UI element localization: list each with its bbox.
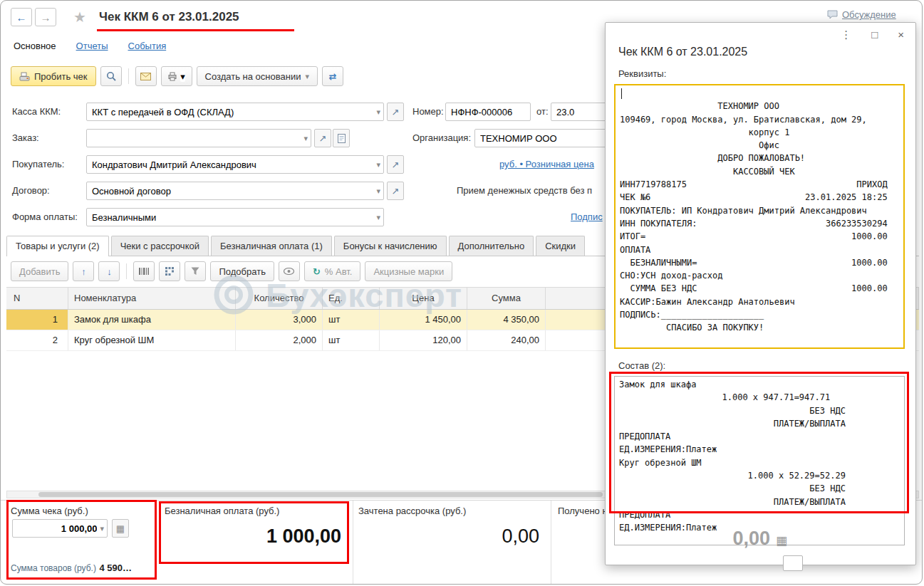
recalc-auto-discounts-button[interactable]: ↻ % Авт.	[304, 261, 361, 281]
add-row-button[interactable]: Добавить	[11, 261, 68, 281]
add-row-label: Добавить	[19, 266, 60, 277]
nav-tabs: Основное Отчеты События	[14, 41, 166, 51]
move-down-button[interactable]: ↓	[98, 261, 120, 281]
back-button[interactable]: ←	[11, 8, 32, 26]
column-header-nomenclature[interactable]: Номенклатура	[68, 288, 236, 309]
tab-discounts[interactable]: Скидки	[536, 236, 585, 256]
order-create-button[interactable]	[333, 129, 350, 147]
scrollbar-thumb[interactable]	[38, 492, 603, 497]
window-controls: ⋮ □ ×	[841, 28, 904, 41]
cash-received-value[interactable]: 0,00	[663, 528, 770, 550]
buyer-field[interactable]: Кондратович Дмитрий Александрович ▾	[86, 155, 384, 174]
cell-price[interactable]: 1 450,00	[380, 310, 467, 330]
fire-receipt-button[interactable]: Пробить чек	[11, 66, 96, 86]
cell-sum[interactable]: 4 350,00	[467, 310, 546, 330]
search-button[interactable]	[100, 66, 122, 86]
cell-quantity[interactable]: 2,000	[236, 330, 323, 350]
installment-value[interactable]: 0,00	[400, 525, 539, 548]
contract-field[interactable]: Основной договор ▾	[86, 182, 384, 200]
order-caret-icon: ▾	[303, 134, 308, 143]
cell-unit[interactable]: шт	[323, 330, 380, 350]
payform-field[interactable]: Безналичными ▾	[86, 208, 384, 226]
view-button[interactable]	[279, 261, 300, 281]
pick-items-button[interactable]: Подобрать	[210, 261, 274, 281]
tab-goods-services[interactable]: Товары и услуги (2)	[6, 236, 109, 256]
cell-nomenclature[interactable]: Замок для шкафа	[68, 310, 236, 330]
payform-label: Форма оплаты:	[12, 211, 78, 222]
excise-marks-button[interactable]: Акцизные марки	[365, 261, 452, 281]
tab-main[interactable]: Основное	[14, 41, 56, 51]
requisites-label: Реквизиты:	[618, 68, 666, 79]
tab-events[interactable]: События	[128, 41, 167, 51]
price-type-link[interactable]: руб. • Розничная цена	[499, 159, 594, 169]
tab-bonuses[interactable]: Бонусы к начислению	[334, 236, 447, 256]
move-up-button[interactable]: ↑	[73, 261, 94, 281]
cash-calculator-icon[interactable]: ▦	[776, 533, 787, 548]
signatures-link[interactable]: Подпис	[571, 211, 603, 222]
contract-open-button[interactable]: ↗	[387, 182, 404, 200]
calculator-icon: ▦	[116, 523, 125, 534]
cell-nomenclature[interactable]: Круг обрезной ШМ	[68, 330, 236, 350]
print-button[interactable]: ▾	[161, 66, 192, 86]
cell-sum[interactable]: 240,00	[467, 330, 546, 350]
check-sum-field[interactable]: 1 000,00 ▾	[12, 519, 108, 538]
order-open-button[interactable]: ↗	[314, 129, 331, 147]
marking-code-button[interactable]	[159, 261, 180, 281]
barcode-scanner-button[interactable]	[133, 261, 155, 281]
window-close-button[interactable]: ×	[898, 28, 904, 41]
cell-unit[interactable]: шт	[323, 310, 380, 330]
printer-icon	[167, 72, 177, 81]
edo-sync-button[interactable]: ⇄	[322, 66, 343, 86]
kassa-value: ККТ с передачей в ОФД (СКЛАД)	[92, 107, 373, 117]
column-header-quantity[interactable]: Количество	[236, 288, 323, 309]
kassa-label: Касса ККМ:	[12, 106, 61, 117]
column-header-n[interactable]: N	[6, 288, 68, 309]
number-value: НФНФ-000006	[451, 107, 527, 117]
check-sum-value: 1 000,00	[18, 523, 97, 534]
window-maximize-button[interactable]: □	[871, 28, 878, 41]
installment-label: Зачтена рассрочка (руб.)	[358, 506, 466, 516]
column-header-unit[interactable]: Ед.	[323, 288, 380, 309]
send-email-button[interactable]	[135, 66, 157, 86]
column-header-price[interactable]: Цена	[380, 288, 467, 309]
page-title: Чек ККМ 6 от 23.01.2025	[99, 10, 239, 24]
cash-extra-button[interactable]	[783, 555, 803, 571]
tab-reports[interactable]: Отчеты	[76, 41, 108, 51]
window-menu-button[interactable]: ⋮	[841, 28, 851, 41]
tab-installment-checks[interactable]: Чеки с рассрочкой	[111, 236, 209, 256]
composition-text-area[interactable]: Замок для шкафа 1.000 x 947.71=947.71 БЕ…	[614, 376, 905, 545]
payment-note: Прием денежных средств без п	[457, 185, 606, 196]
magnifier-icon	[106, 71, 116, 81]
number-field[interactable]: НФНФ-000006	[445, 103, 531, 121]
cashless-value[interactable]: 1 000,00	[172, 525, 341, 548]
create-dropdown-caret-icon: ▾	[305, 72, 309, 81]
requisites-text-area[interactable]: ТЕХНОМИР ООО 109469, город Москва, ул. Б…	[614, 84, 905, 349]
check-sum-caret-icon: ▾	[100, 524, 104, 533]
contract-label: Договор:	[12, 185, 50, 196]
toolbar-separator	[126, 263, 127, 279]
kassa-caret-icon: ▾	[376, 108, 380, 117]
cell-quantity[interactable]: 3,000	[236, 310, 323, 330]
check-sum-label: Сумма чека (руб.)	[11, 506, 88, 516]
date-field[interactable]: 23.0	[551, 103, 612, 121]
column-header-sum[interactable]: Сумма	[467, 288, 546, 309]
tab-cashless-payment[interactable]: Безналичная оплата (1)	[211, 236, 332, 256]
create-based-on-button[interactable]: Создать на основании ▾	[197, 66, 318, 86]
buyer-open-button[interactable]: ↗	[387, 155, 404, 174]
date-value: 23.0	[556, 107, 608, 117]
favorite-star-icon[interactable]: ★	[73, 9, 86, 26]
kassa-field[interactable]: ККТ с передачей в ОФД (СКЛАД) ▾	[86, 103, 384, 121]
cell-n[interactable]: 2	[6, 330, 68, 350]
filter-button[interactable]	[185, 261, 206, 281]
discussion-link[interactable]: Обсуждение	[827, 9, 896, 20]
org-field[interactable]: ТЕХНОМИР ООО	[474, 129, 613, 147]
toolbar-separator	[128, 68, 129, 84]
cell-n[interactable]: 1	[6, 310, 68, 330]
order-field[interactable]: ▾	[86, 129, 311, 147]
forward-button[interactable]: →	[35, 8, 56, 26]
check-sum-calculator-button[interactable]: ▦	[112, 519, 129, 538]
kassa-open-button[interactable]: ↗	[387, 103, 404, 121]
tab-additional[interactable]: Дополнительно	[449, 236, 534, 256]
cell-price[interactable]: 120,00	[380, 330, 467, 350]
composition-text: Замок для шкафа 1.000 x 947.71=947.71 БЕ…	[615, 377, 904, 536]
